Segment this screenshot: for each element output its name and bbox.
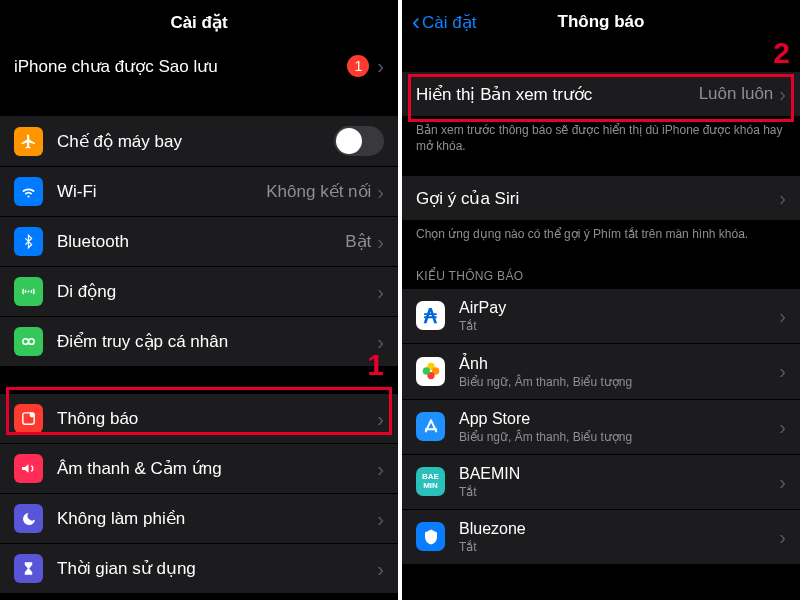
chevron-right-icon: › [377,56,384,76]
app-name: Bluezone [459,520,779,538]
sounds-label: Âm thanh & Cảm ứng [57,458,377,479]
preview-label: Hiển thị Bản xem trước [416,84,699,105]
row-app-bluezone[interactable]: Bluezone Tắt › [402,510,800,564]
appstore-icon [416,412,445,441]
airplane-label: Chế độ máy bay [57,131,334,152]
section-header-notification-style: KIỂU THÔNG BÁO [402,255,800,289]
svg-point-0 [27,195,29,197]
backup-badge: 1 [347,55,369,77]
row-app-baemin[interactable]: BAEMIN BAEMIN Tắt › [402,455,800,509]
cellular-icon [14,277,43,306]
chevron-right-icon: › [377,459,384,479]
back-button[interactable]: ‹ Cài đặt [412,8,476,36]
wifi-icon [14,177,43,206]
app-name: App Store [459,410,779,428]
app-sub: Biểu ngữ, Âm thanh, Biểu tượng [459,375,779,389]
chevron-right-icon: › [779,188,786,208]
sounds-icon [14,454,43,483]
preview-detail: Luôn luôn [699,84,774,104]
hotspot-label: Điểm truy cập cá nhân [57,331,377,352]
row-dnd[interactable]: Không làm phiền › [0,494,398,543]
row-app-airpay[interactable]: ₳ AirPay Tắt › [402,289,800,343]
notifications-label: Thông báo [57,409,377,429]
wifi-label: Wi-Fi [57,182,266,202]
row-show-previews[interactable]: Hiển thị Bản xem trước Luôn luôn › [402,72,800,116]
app-sub: Biểu ngữ, Âm thanh, Biểu tượng [459,430,779,444]
chevron-right-icon: › [377,559,384,579]
app-name: Ảnh [459,354,779,373]
page-title: Cài đặt [170,12,227,33]
chevron-right-icon: › [779,472,786,492]
hourglass-icon [14,554,43,583]
chevron-right-icon: › [779,417,786,437]
chevron-right-icon: › [779,527,786,547]
row-bluetooth[interactable]: Bluetooth Bật › [0,217,398,266]
app-name: AirPay [459,299,779,317]
baemin-icon: BAEMIN [416,467,445,496]
hotspot-icon [14,327,43,356]
row-app-photos[interactable]: Ảnh Biểu ngữ, Âm thanh, Biểu tượng › [402,344,800,399]
header: Cài đặt [0,0,398,44]
chevron-right-icon: › [779,84,786,104]
chevron-right-icon: › [779,306,786,326]
airplane-icon [14,127,43,156]
bluetooth-detail: Bật [345,231,371,252]
settings-screen: Cài đặt iPhone chưa được Sao lưu 1 › Chế… [0,0,398,600]
svg-point-5 [30,412,35,417]
app-sub: Tắt [459,540,779,554]
row-cellular[interactable]: Di động › [0,267,398,316]
row-hotspot[interactable]: Điểm truy cập cá nhân › [0,317,398,366]
chevron-left-icon: ‹ [412,8,420,36]
notifications-screen: ‹ Cài đặt Thông báo Hiển thị Bản xem trư… [402,0,800,600]
header: ‹ Cài đặt Thông báo [402,0,800,44]
photos-icon [416,357,445,386]
page-title: Thông báo [558,12,645,32]
bluetooth-icon [14,227,43,256]
chevron-right-icon: › [377,509,384,529]
preview-footer: Bản xem trước thông báo sẽ được hiển thị… [402,116,800,166]
wifi-detail: Không kết nối [266,181,371,202]
bluetooth-label: Bluetooth [57,232,345,252]
row-app-appstore[interactable]: App Store Biểu ngữ, Âm thanh, Biểu tượng… [402,400,800,454]
notifications-icon [14,404,43,433]
dnd-label: Không làm phiền [57,508,377,529]
row-screentime[interactable]: Thời gian sử dụng › [0,544,398,593]
airpay-icon: ₳ [416,301,445,330]
cellular-label: Di động [57,281,377,302]
svg-point-2 [23,339,29,345]
back-label: Cài đặt [422,12,476,33]
row-backup-warning[interactable]: iPhone chưa được Sao lưu 1 › [0,44,398,88]
moon-icon [14,504,43,533]
chevron-right-icon: › [377,232,384,252]
row-siri-suggestions[interactable]: Gợi ý của Siri › [402,176,800,220]
chevron-right-icon: › [377,409,384,429]
app-name: BAEMIN [459,465,779,483]
siri-label: Gợi ý của Siri [416,188,779,209]
chevron-right-icon: › [377,182,384,202]
screentime-label: Thời gian sử dụng [57,558,377,579]
bluezone-icon [416,522,445,551]
svg-point-3 [29,339,35,345]
svg-point-1 [27,290,29,292]
siri-footer: Chọn ứng dụng nào có thể gợi ý Phím tắt … [402,220,800,254]
chevron-right-icon: › [377,282,384,302]
chevron-right-icon: › [377,332,384,352]
row-sounds[interactable]: Âm thanh & Cảm ứng › [0,444,398,493]
airplane-toggle[interactable] [334,126,384,156]
row-airplane-mode[interactable]: Chế độ máy bay [0,116,398,166]
row-notifications[interactable]: Thông báo › [0,394,398,443]
svg-point-9 [422,367,429,374]
backup-label: iPhone chưa được Sao lưu [14,56,347,77]
app-sub: Tắt [459,485,779,499]
chevron-right-icon: › [779,361,786,381]
app-sub: Tắt [459,319,779,333]
row-wifi[interactable]: Wi-Fi Không kết nối › [0,167,398,216]
